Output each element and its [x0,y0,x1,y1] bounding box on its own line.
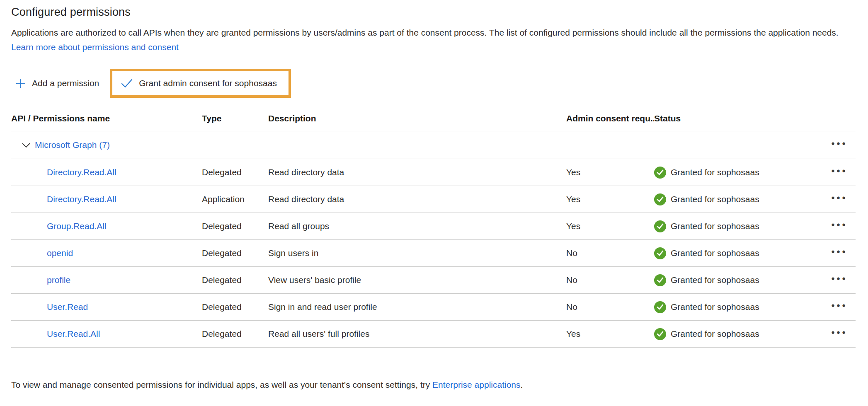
status-text: Granted for sophosaas [671,302,759,312]
page-description-text: Applications are authorized to call APIs… [11,28,839,37]
permission-link[interactable]: profile [47,275,70,285]
granted-check-icon [654,301,666,313]
table-row: Directory.Read.All Delegated Read direct… [11,159,856,186]
footer-text: To view and manage consented permissions… [11,380,432,389]
footer-period: . [521,380,523,389]
granted-check-icon [654,193,666,205]
row-menu-button[interactable]: ••• [825,166,854,179]
table-header-row: API / Permissions name Type Description … [11,106,856,131]
admin-consent-required-value: No [566,248,654,258]
plus-icon [15,78,26,89]
permissions-table: API / Permissions name Type Description … [11,106,856,348]
status-badge: Granted for sophosaas [654,301,825,313]
admin-consent-required-value: Yes [566,194,654,204]
granted-check-icon [654,328,666,340]
permission-link[interactable]: Directory.Read.All [47,167,116,177]
page-title: Configured permissions [11,6,856,19]
permission-link[interactable]: openid [47,248,73,258]
granted-check-icon [654,167,666,179]
page-description: Applications are authorized to call APIs… [11,25,856,54]
permission-description: Sign users in [268,248,566,258]
status-badge: Granted for sophosaas [654,167,825,179]
toolbar: Add a permission Grant admin consent for… [11,68,856,98]
checkmark-icon [121,78,133,89]
permission-description: Read all users' full profiles [268,329,566,339]
permission-description: Read directory data [268,167,566,177]
admin-consent-required-value: No [566,275,654,285]
admin-consent-required-value: No [566,302,654,312]
permission-link[interactable]: Group.Read.All [47,221,107,231]
table-row: profile Delegated View users' basic prof… [11,267,856,294]
group-row-menu-button[interactable]: ••• [825,138,854,152]
table-row: Group.Read.All Delegated Read all groups… [11,213,856,240]
add-permission-label: Add a permission [32,78,99,88]
permission-type: Delegated [202,302,268,312]
row-menu-button[interactable]: ••• [825,247,854,260]
table-row: User.Read Delegated Sign in and read use… [11,294,856,321]
grant-admin-consent-button[interactable]: Grant admin consent for sophosaas [116,75,281,92]
add-permission-button[interactable]: Add a permission [11,75,103,92]
permission-type: Delegated [202,221,268,231]
row-menu-button[interactable]: ••• [825,220,854,233]
row-menu-button[interactable]: ••• [825,273,854,287]
header-api-permissions-name: API / Permissions name [11,114,202,123]
api-group-row: Microsoft Graph (7) ••• [11,131,856,159]
status-badge: Granted for sophosaas [654,274,825,286]
row-menu-button[interactable]: ••• [825,193,854,206]
admin-consent-required-value: Yes [566,329,654,339]
permission-type: Delegated [202,329,268,339]
annotation-highlight-box: Grant admin consent for sophosaas [110,69,291,98]
status-badge: Granted for sophosaas [654,247,825,259]
status-badge: Granted for sophosaas [654,193,825,205]
enterprise-applications-link[interactable]: Enterprise applications [432,380,520,389]
status-badge: Granted for sophosaas [654,328,825,340]
status-text: Granted for sophosaas [671,194,759,204]
table-row: openid Delegated Sign users in No Grante… [11,240,856,267]
status-text: Granted for sophosaas [671,248,759,258]
row-menu-button[interactable]: ••• [825,300,854,314]
table-row: Directory.Read.All Application Read dire… [11,186,856,213]
table-row: User.Read.All Delegated Read all users' … [11,321,856,348]
permission-description: Read all groups [268,221,566,231]
header-type: Type [202,114,268,123]
status-badge: Granted for sophosaas [654,220,825,232]
learn-more-link[interactable]: Learn more about permissions and consent [11,42,179,52]
row-menu-button[interactable]: ••• [825,327,854,341]
status-text: Granted for sophosaas [671,275,759,285]
header-status: Status [654,114,825,123]
status-text: Granted for sophosaas [671,221,759,231]
permission-link[interactable]: User.Read [47,302,88,312]
api-group-link[interactable]: Microsoft Graph (7) [35,140,110,150]
permission-link[interactable]: Directory.Read.All [47,194,116,204]
grant-admin-consent-label: Grant admin consent for sophosaas [139,78,277,88]
permission-type: Delegated [202,275,268,285]
permission-description: View users' basic profile [268,275,566,285]
status-text: Granted for sophosaas [671,329,759,339]
footer-note: To view and manage consented permissions… [11,380,856,390]
permission-description: Read directory data [268,194,566,204]
permission-type: Application [202,194,268,204]
status-text: Granted for sophosaas [671,167,759,177]
granted-check-icon [654,220,666,232]
granted-check-icon [654,247,666,259]
admin-consent-required-value: Yes [566,167,654,177]
admin-consent-required-value: Yes [566,221,654,231]
header-description: Description [268,114,566,123]
permission-description: Sign in and read user profile [268,302,566,312]
header-admin-consent-required: Admin consent requ... [566,114,654,123]
configured-permissions-panel: Configured permissions Applications are … [0,0,868,390]
permission-link[interactable]: User.Read.All [47,329,100,338]
permission-type: Delegated [202,248,268,258]
chevron-down-icon[interactable] [22,143,31,148]
granted-check-icon [654,274,666,286]
permission-type: Delegated [202,167,268,177]
